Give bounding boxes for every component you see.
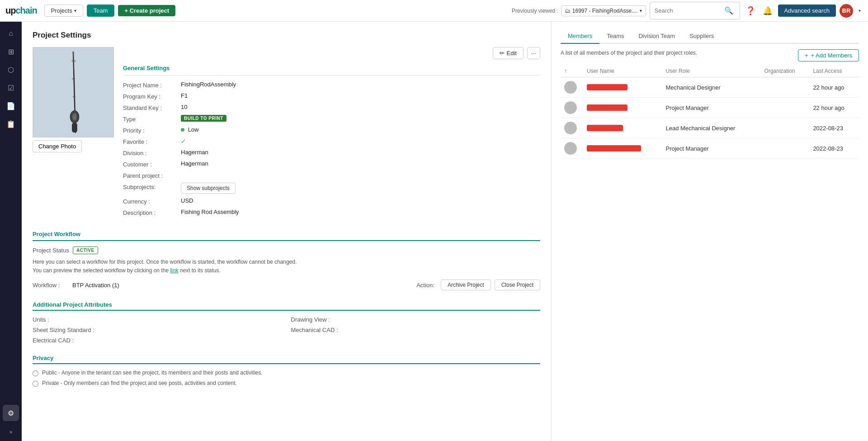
- table-row: Project Manager 2022-08-23: [561, 138, 859, 159]
- workflow-divider: [33, 240, 540, 241]
- description-value: Fishing Rod Assembly: [181, 209, 239, 215]
- search-input[interactable]: [655, 7, 720, 14]
- tab-division-team[interactable]: Division Team: [631, 29, 682, 44]
- member-access-cell-1: 22 hour ago: [809, 77, 859, 98]
- team-nav[interactable]: Team: [87, 5, 115, 17]
- sidebar-icon-layers[interactable]: ⊞: [3, 43, 19, 60]
- tab-teams[interactable]: Teams: [599, 29, 631, 44]
- units-row: Units :: [33, 316, 282, 323]
- drawing-view-row: Drawing View :: [291, 316, 541, 323]
- workflow-desc: Here you can select a workflow for this …: [33, 258, 540, 275]
- topnav: upchain Projects ▾ Team + Create project…: [0, 0, 868, 22]
- member-role-cell-4: Project Manager: [662, 138, 761, 159]
- currency-value: USD: [181, 197, 193, 204]
- sidebar-expand[interactable]: »: [3, 427, 19, 437]
- help-icon[interactable]: ❓: [744, 4, 757, 18]
- project-status-label: Project Status: [33, 247, 69, 254]
- change-photo-button[interactable]: Change Photo: [33, 140, 82, 152]
- standard-key-row: Standard Key : 10: [123, 104, 540, 111]
- subprojects-label: Subprojects:: [123, 183, 177, 190]
- sidebar-icon-home[interactable]: ⌂: [3, 25, 19, 42]
- redacted-name-1: [587, 84, 627, 90]
- sidebar-icon-checklist[interactable]: ☑: [3, 80, 19, 96]
- program-key-row: Program Key : F1: [123, 92, 540, 100]
- status-badge: ACTIVE: [73, 247, 98, 254]
- member-access-cell-2: 22 hour ago: [809, 98, 859, 118]
- close-project-button[interactable]: Close Project: [495, 280, 540, 290]
- sidebar-icon-document[interactable]: 📄: [3, 98, 19, 114]
- private-radio[interactable]: [33, 381, 38, 387]
- main-layout: ⌂ ⊞ ⬡ ☑ 📄 📋 ⚙ » Project Settings: [0, 22, 868, 441]
- workflow-row: Workflow : BTP Activation (1) Action: Ar…: [33, 280, 540, 290]
- additional-attributes-grid: Units : Drawing View : Sheet Sizing Stan…: [33, 316, 540, 344]
- plus-icon: +: [805, 52, 808, 59]
- logo: upchain: [5, 5, 37, 16]
- member-name-cell-2: [583, 98, 662, 118]
- privacy-divider: [33, 363, 540, 364]
- workflow-value: BTP Activation (1): [72, 282, 413, 289]
- parent-project-label: Parent project :: [123, 171, 177, 179]
- member-org-cell-4: [761, 138, 810, 159]
- division-label: Division :: [123, 149, 177, 156]
- table-row: Mechanical Designer 22 hour ago: [561, 77, 859, 98]
- add-members-button[interactable]: + + Add Members: [798, 49, 859, 62]
- member-role-cell-1: Mechanical Designer: [662, 77, 761, 98]
- customer-row: Customer : Hagerman: [123, 160, 540, 168]
- priority-value: Low: [181, 126, 198, 133]
- role-col-header: User Role: [662, 65, 761, 77]
- access-col-header: Last Access: [809, 65, 859, 77]
- member-name-cell-4: [583, 138, 662, 159]
- project-name-label: Project Name :: [123, 81, 177, 89]
- projects-label: Projects: [51, 7, 72, 14]
- show-subprojects-button[interactable]: Show subprojects: [181, 183, 236, 194]
- member-avatar-cell-2: [561, 98, 583, 118]
- search-box: 🔍: [650, 2, 740, 19]
- sidebar: ⌂ ⊞ ⬡ ☑ 📄 📋 ⚙ »: [0, 22, 22, 441]
- priority-label: Priority :: [123, 126, 177, 134]
- member-name-cell-3: [583, 118, 662, 138]
- sort-col[interactable]: ↑: [561, 65, 583, 77]
- general-settings-link[interactable]: General Settings: [123, 65, 540, 71]
- standard-key-value: 10: [181, 104, 187, 110]
- notifications-icon[interactable]: 🔔: [761, 4, 774, 18]
- member-name-cell-1: [583, 77, 662, 98]
- member-org-cell-3: [761, 118, 810, 138]
- user-menu-chevron[interactable]: ▾: [857, 6, 863, 15]
- additional-attributes-section: Additional Project Attributes Units : Dr…: [33, 301, 540, 344]
- create-project-button[interactable]: + Create project: [118, 5, 175, 16]
- private-option: Private - Only members can find the proj…: [33, 380, 540, 387]
- search-icon[interactable]: 🔍: [722, 5, 735, 17]
- division-value: Hagerman: [181, 149, 208, 156]
- member-org-cell-2: [761, 98, 810, 118]
- customer-label: Customer :: [123, 160, 177, 168]
- sidebar-icon-diagram[interactable]: ⬡: [3, 62, 19, 78]
- username-col-header: User Name: [583, 65, 662, 77]
- public-label: Public - Anyone in the tenant can see th…: [42, 370, 263, 376]
- tab-suppliers[interactable]: Suppliers: [682, 29, 721, 44]
- member-role-cell-3: Lead Mechanical Designer: [662, 118, 761, 138]
- more-button[interactable]: ···: [527, 47, 540, 59]
- member-access-cell-3: 2022-08-23: [809, 118, 859, 138]
- members-header-row: A list of all members of the project and…: [561, 49, 859, 62]
- project-image: [33, 47, 114, 138]
- avatar[interactable]: BR: [840, 4, 853, 18]
- sidebar-icon-clipboard[interactable]: 📋: [3, 116, 19, 132]
- advanced-search-button[interactable]: Advanced search: [778, 5, 836, 17]
- archive-project-button[interactable]: Archive Project: [441, 280, 491, 290]
- svg-point-4: [72, 113, 77, 121]
- workflow-link[interactable]: link: [170, 267, 178, 274]
- sidebar-icon-settings[interactable]: ⚙: [3, 405, 19, 421]
- redacted-name-2: [587, 104, 627, 111]
- type-badge: BUILD TO PRINT: [181, 115, 226, 122]
- table-row: Lead Mechanical Designer 2022-08-23: [561, 118, 859, 138]
- public-radio[interactable]: [33, 370, 38, 376]
- members-table: ↑ User Name User Role Organization Last …: [561, 65, 859, 159]
- folder-icon: 🗂: [565, 8, 571, 14]
- projects-nav[interactable]: Projects ▾: [44, 5, 83, 17]
- edit-button[interactable]: ✏ Edit: [493, 47, 523, 59]
- drawing-view-label: Drawing View :: [291, 316, 354, 323]
- prev-viewed-dropdown[interactable]: 🗂 16997 - FishingRodAsse.... ▾: [561, 5, 646, 16]
- chevron-down-icon: ▾: [640, 8, 642, 13]
- electrical-cad-label: Electrical CAD :: [33, 337, 96, 344]
- tab-members[interactable]: Members: [561, 29, 599, 44]
